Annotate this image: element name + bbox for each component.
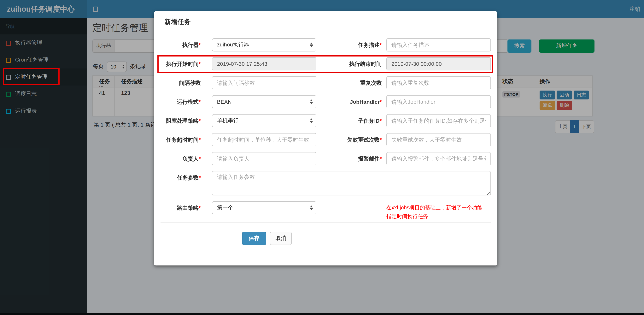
modal-header: 新增任务 [154,11,498,31]
field-label-end-time: 执行结束时间 [316,57,382,70]
annotation-note-line2: 指定时间执行任务 [386,212,497,221]
fail-retry-count-input[interactable] [386,133,491,146]
field-label-jobhandler: JobHandler* [316,95,382,108]
field-label-alarm-email: 报警邮件* [316,152,382,165]
form-row-7: 负责人* 报警邮件* [160,152,491,165]
executor-select-value: zuihou执行器 [217,41,249,48]
task-timeout-input[interactable] [212,133,316,146]
field-label-task-desc: 任务描述* [316,38,382,52]
interval-seconds-input[interactable] [212,76,316,89]
modal-footer: 保存 取消 [160,222,491,245]
form-row-5: 阻塞处理策略* 单机串行 子任务ID* [160,114,491,127]
form-row-3: 间隔秒数 重复次数 [160,76,491,89]
end-time-input[interactable] [386,57,491,70]
select-arrows-icon [310,99,313,104]
task-desc-input[interactable] [386,38,491,52]
block-strategy-select-value: 单机串行 [217,117,239,124]
field-label-run-mode: 运行模式* [160,95,201,108]
select-arrows-icon [310,205,313,210]
cancel-button[interactable]: 取消 [270,232,292,245]
field-label-task-params: 任务参数* [160,171,201,184]
route-strategy-select-value: 第一个 [217,204,233,211]
executor-select[interactable]: zuihou执行器 [212,38,316,52]
field-label-block-strategy: 阻塞处理策略* [160,114,201,127]
form-row-1: 执行器* zuihou执行器 任务描述* [160,38,491,52]
form-row-8: 任务参数* [160,171,491,195]
annotation-note-line1: 在xxl-jobs项目的基础上，新增了一个功能： [386,203,497,212]
field-label-task-timeout: 任务超时时间* [160,133,201,146]
save-button[interactable]: 保存 [242,232,266,245]
run-mode-select[interactable]: BEAN [212,95,316,108]
block-strategy-select[interactable]: 单机串行 [212,114,316,127]
field-label-route-strategy: 路由策略* [160,201,201,214]
form-row-4: 运行模式* BEAN JobHandler* [160,95,491,108]
field-label-executor: 执行器* [160,38,201,52]
route-strategy-select[interactable]: 第一个 [212,201,316,214]
field-label-interval-seconds: 间隔秒数 [160,76,201,89]
select-arrows-icon [310,43,313,47]
app-root: zuihou任务调度中心 注销 导航 执行器管理 Cron任务管理 定时任务管理… [0,0,644,315]
field-label-start-time: 执行开始时间* [160,57,201,70]
form-row-6: 任务超时时间* 失败重试次数* [160,133,491,146]
form-row-2: 执行开始时间* 执行结束时间 [160,57,491,70]
owner-input[interactable] [212,152,316,165]
field-label-repeat-count: 重复次数 [316,76,382,89]
field-label-child-task-id: 子任务ID* [316,114,382,127]
add-task-modal: 新增任务 执行器* zuihou执行器 任务描述* 执行开始时间* 执行结束时间… [154,11,498,265]
task-params-textarea[interactable] [212,171,491,195]
jobhandler-input[interactable] [386,95,491,108]
field-label-fail-retry-count: 失败重试次数* [316,133,382,146]
select-arrows-icon [310,118,313,123]
repeat-count-input[interactable] [386,76,491,89]
start-time-input[interactable] [212,57,316,70]
child-task-id-input[interactable] [386,114,491,127]
annotation-note: 在xxl-jobs项目的基础上，新增了一个功能： 指定时间执行任务 [386,203,497,221]
field-label-owner: 负责人* [160,152,201,165]
modal-title: 新增任务 [164,18,191,26]
run-mode-select-value: BEAN [217,99,232,105]
alarm-email-input[interactable] [386,152,491,165]
